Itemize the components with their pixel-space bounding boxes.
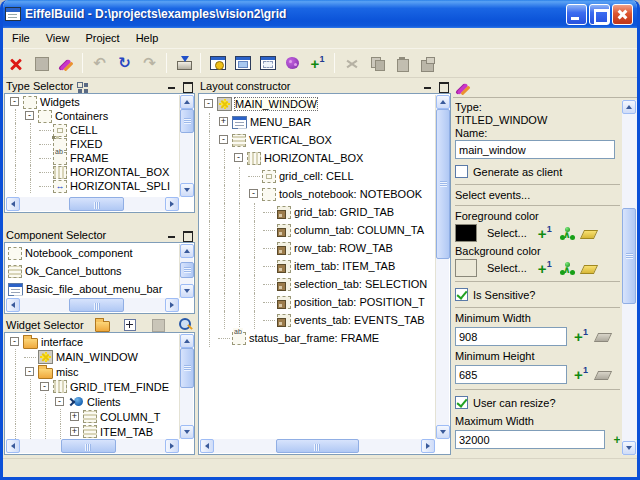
scroll-thumb[interactable]: [622, 208, 636, 304]
scroll-track[interactable]: [20, 197, 165, 211]
tree-node[interactable]: +COLUMN_T: [6, 409, 179, 424]
tree-node[interactable]: FRAME: [6, 151, 179, 165]
tree-node[interactable]: HORIZONTAL_BOX: [6, 165, 179, 179]
tree-node[interactable]: grid_tab: GRID_TAB: [200, 203, 435, 221]
minimum-height-input[interactable]: [455, 365, 567, 384]
maximize-icon[interactable]: [589, 4, 610, 25]
collapse-icon[interactable]: -: [232, 149, 247, 167]
tree-node[interactable]: Notebook_component: [6, 244, 179, 262]
scroll-track[interactable]: [20, 298, 165, 312]
close-icon[interactable]: [612, 4, 633, 25]
tree-node[interactable]: events_tab: EVENTS_TAB: [200, 311, 435, 329]
tree-node[interactable]: -VERTICAL_BOX: [200, 131, 435, 149]
horizontal-scrollbar[interactable]: [6, 439, 179, 453]
window-preview-button[interactable]: [231, 52, 254, 75]
panel-maximize-icon[interactable]: [437, 80, 449, 92]
is-sensitive-checkbox[interactable]: [455, 288, 468, 301]
scroll-track[interactable]: [214, 439, 421, 453]
horizontal-scrollbar[interactable]: [6, 298, 179, 312]
scroll-thumb[interactable]: [276, 439, 359, 453]
expand-icon[interactable]: +: [217, 113, 232, 131]
eraser-icon[interactable]: [581, 226, 597, 241]
tree-node[interactable]: -Clients: [6, 394, 179, 409]
scroll-track[interactable]: [180, 258, 193, 284]
scroll-down-icon[interactable]: [180, 284, 194, 298]
panel-maximize-icon[interactable]: [181, 80, 193, 92]
scroll-down-icon[interactable]: [180, 183, 194, 197]
menu-view[interactable]: View: [38, 30, 78, 46]
minimize-icon[interactable]: [566, 4, 587, 25]
scroll-track[interactable]: [180, 348, 193, 425]
vertical-scrollbar[interactable]: [622, 100, 637, 455]
menu-file[interactable]: File: [4, 30, 38, 46]
collapse-icon[interactable]: -: [8, 95, 23, 109]
scroll-right-icon[interactable]: [165, 439, 179, 453]
horizontal-scrollbar[interactable]: [6, 197, 179, 211]
tree-node[interactable]: status_bar_frame: FRAME: [200, 329, 435, 347]
vertical-scrollbar[interactable]: [179, 95, 193, 197]
scroll-left-icon[interactable]: [6, 298, 20, 312]
scroll-down-icon[interactable]: [436, 425, 450, 439]
scroll-thumb[interactable]: [69, 197, 124, 211]
minimum-width-input[interactable]: [455, 327, 567, 346]
add-one-icon[interactable]: [537, 261, 553, 276]
scroll-up-icon[interactable]: [436, 95, 450, 109]
nodes-icon[interactable]: [559, 226, 575, 241]
tree-node[interactable]: -HORIZONTAL_BOX: [200, 149, 435, 167]
tree-node[interactable]: grid_cell: CELL: [200, 167, 435, 185]
add-one-button[interactable]: [306, 52, 329, 75]
collapse-icon[interactable]: -: [217, 131, 232, 149]
tree-node[interactable]: Basic_file_about_menu_bar: [6, 280, 179, 298]
scroll-up-icon[interactable]: [622, 100, 636, 114]
scroll-right-icon[interactable]: [165, 298, 179, 312]
user-can-resize-checkbox[interactable]: [455, 396, 468, 409]
generate-as-client-checkbox[interactable]: [455, 165, 468, 178]
scroll-thumb[interactable]: [61, 439, 116, 453]
scroll-down-icon[interactable]: [180, 425, 194, 439]
panel-maximize-icon[interactable]: [181, 229, 193, 241]
menu-help[interactable]: Help: [128, 30, 167, 46]
scroll-right-icon[interactable]: [165, 197, 179, 211]
scroll-thumb[interactable]: [180, 109, 194, 133]
panel-minimize-icon[interactable]: [166, 80, 178, 92]
scroll-up-icon[interactable]: [180, 95, 194, 109]
tree-node[interactable]: -tools_notebook: NOTEBOOK: [200, 185, 435, 203]
tree-node[interactable]: HORIZONTAL_SPLI: [6, 179, 179, 193]
scroll-thumb[interactable]: [180, 262, 194, 278]
collapse-icon[interactable]: -: [23, 109, 38, 123]
tree-node[interactable]: -GRID_ITEM_FINDE: [6, 379, 179, 394]
scroll-up-icon[interactable]: [180, 334, 194, 348]
tree-node[interactable]: row_tab: ROW_TAB: [200, 239, 435, 257]
expand-icon[interactable]: +: [68, 409, 83, 424]
select-events-button[interactable]: Select events...: [455, 189, 620, 201]
tree-node[interactable]: -interface: [6, 334, 179, 349]
panel-minimize-icon[interactable]: [166, 229, 178, 241]
add-one-icon[interactable]: [573, 367, 589, 382]
add-one-icon[interactable]: [573, 329, 589, 344]
background-select-button[interactable]: Select...: [483, 261, 531, 275]
scroll-track[interactable]: [180, 109, 193, 183]
tree-node[interactable]: position_tab: POSITION_T: [200, 293, 435, 311]
eraser-icon[interactable]: [581, 261, 597, 276]
vertical-scrollbar[interactable]: [435, 95, 449, 439]
scroll-track[interactable]: [436, 109, 449, 425]
tree-node[interactable]: +MENU_BAR: [200, 113, 435, 131]
tree-node[interactable]: selection_tab: SELECTION: [200, 275, 435, 293]
tree-node[interactable]: FIXED: [6, 137, 179, 151]
scroll-left-icon[interactable]: [6, 197, 20, 211]
tree-node[interactable]: item_tab: ITEM_TAB: [200, 257, 435, 275]
scroll-track[interactable]: [20, 439, 165, 453]
tree-node[interactable]: -MAIN_WINDOW: [200, 95, 435, 113]
collapse-icon[interactable]: -: [247, 185, 262, 203]
scroll-thumb[interactable]: [436, 109, 450, 259]
panel-minimize-icon[interactable]: [422, 80, 434, 92]
tree-node[interactable]: column_tab: COLUMN_TA: [200, 221, 435, 239]
scroll-thumb[interactable]: [69, 298, 124, 312]
generate-button[interactable]: [172, 52, 195, 75]
scroll-down-icon[interactable]: [622, 441, 636, 455]
vertical-scrollbar[interactable]: [179, 334, 193, 439]
foreground-select-button[interactable]: Select...: [483, 226, 531, 240]
collapse-icon[interactable]: -: [23, 364, 38, 379]
scroll-left-icon[interactable]: [200, 439, 214, 453]
horizontal-scrollbar[interactable]: [200, 439, 435, 453]
